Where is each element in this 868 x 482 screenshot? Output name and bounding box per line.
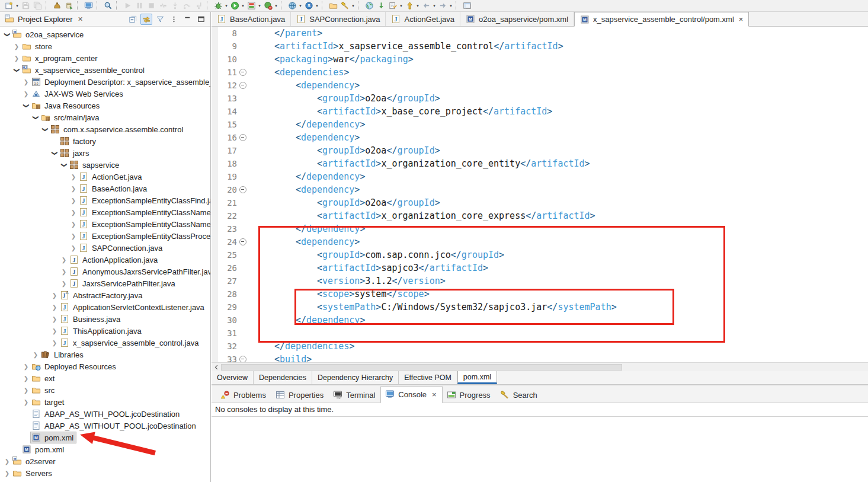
step-into-icon[interactable] xyxy=(169,1,181,11)
twistie-icon[interactable]: ❯ xyxy=(4,30,11,39)
dropdown-caret-icon[interactable]: ▾ xyxy=(241,4,245,8)
editor-tab[interactable]: JBaseAction.java xyxy=(212,12,291,26)
dropdown-caret-icon[interactable]: ▾ xyxy=(351,4,355,8)
tree-item-target[interactable]: 3.0Deployment Descriptor: x_sapservice_a… xyxy=(31,76,210,87)
tree-item-target[interactable]: ABAP_AS_WITHOUT_POOL.jcoDestination xyxy=(31,420,198,431)
tree-item[interactable]: ❯JExceptionSampleEntityClassProces xyxy=(0,230,210,242)
tree-item-target[interactable]: JThisApplication.java xyxy=(59,325,144,336)
console-tab[interactable]: Problems xyxy=(216,387,271,403)
close-icon[interactable]: × xyxy=(738,15,744,24)
fold-marker-icon[interactable] xyxy=(237,353,249,362)
tree-item[interactable]: ❯Servers xyxy=(0,467,210,479)
twistie-icon[interactable]: ❯ xyxy=(2,458,12,465)
twistie-icon[interactable]: ❯ xyxy=(69,186,78,192)
twistie-icon[interactable]: ❯ xyxy=(50,328,59,334)
twistie-icon[interactable]: ❯ xyxy=(59,257,69,263)
tree-item[interactable]: ❯src/main/java xyxy=(0,111,210,123)
tree-item-target[interactable]: Servers xyxy=(12,468,55,478)
code-line[interactable]: 22<artifactId>x_organization_core_expres… xyxy=(212,209,868,222)
console-tab[interactable]: Progress xyxy=(443,387,496,403)
dropdown-caret-icon[interactable]: ▾ xyxy=(415,4,420,8)
tree-item[interactable]: ❯Java Resources xyxy=(0,100,210,111)
close-icon[interactable]: × xyxy=(430,390,437,399)
tree-item-target[interactable]: ABAP_AS_WITH_POOL.jcoDestination xyxy=(31,408,182,419)
dropdown-caret-icon[interactable]: ▾ xyxy=(274,4,278,8)
coverage-icon[interactable] xyxy=(245,1,257,11)
resume-icon[interactable] xyxy=(121,1,133,11)
twistie-icon[interactable]: ❯ xyxy=(50,316,59,323)
perspective-icon[interactable] xyxy=(461,1,473,11)
code-editor[interactable]: 8</parent>9<artifactId>x_sapservice_asse… xyxy=(212,27,868,362)
open-folder-icon[interactable] xyxy=(327,1,339,11)
tree-item[interactable]: ❯src xyxy=(0,384,210,396)
dropdown-caret-icon[interactable]: ▾ xyxy=(399,4,403,8)
tree-item-target[interactable]: Mo2server xyxy=(12,456,58,467)
twistie-icon[interactable]: ❯ xyxy=(33,113,39,122)
step-over-icon[interactable] xyxy=(181,1,193,11)
tree-item-target[interactable]: Libraries xyxy=(40,349,86,360)
tasks-icon[interactable] xyxy=(387,1,399,11)
code-line[interactable]: 28<scope>system</scope> xyxy=(212,288,868,301)
forward-icon[interactable] xyxy=(437,1,449,11)
console-tab[interactable]: Properties xyxy=(271,387,329,403)
code-line[interactable]: 30</dependency> xyxy=(212,314,868,327)
code-line[interactable]: 25<groupId>com.sap.conn.jco</groupId> xyxy=(212,248,868,261)
twistie-icon[interactable]: ❯ xyxy=(31,352,40,358)
step-return-icon[interactable] xyxy=(193,1,204,11)
dropdown-caret-icon[interactable]: ▾ xyxy=(432,4,437,8)
world-icon[interactable] xyxy=(363,1,375,11)
scroll-left-icon[interactable] xyxy=(212,363,221,371)
search-icon[interactable] xyxy=(102,1,114,11)
tree-item[interactable]: ❯Deployed Resources xyxy=(0,360,210,372)
run-icon[interactable] xyxy=(229,1,241,11)
editor-tab[interactable]: Mx_sapservice_assemble_control/pom.xml× xyxy=(574,12,749,27)
tree-item[interactable]: ❯sapservice xyxy=(0,159,210,171)
tree-item[interactable]: ❯JJaxrsServicePathFilter.java xyxy=(0,277,210,289)
tree-item[interactable]: ❯MJx_sapservice_assemble_control xyxy=(0,64,210,76)
web-browser-icon[interactable] xyxy=(286,1,298,11)
jar-export-icon[interactable] xyxy=(63,1,75,11)
code-line[interactable]: 13<groupId>o2oa</groupId> xyxy=(212,92,868,105)
twistie-icon[interactable]: ❯ xyxy=(50,292,59,299)
tree-item-target[interactable]: JActionApplication.java xyxy=(69,254,160,265)
twistie-icon[interactable]: ❯ xyxy=(21,399,31,406)
tree-item[interactable]: ❯JBusiness.java xyxy=(0,313,210,325)
twistie-icon[interactable]: ❯ xyxy=(69,197,78,204)
tree-item-target[interactable]: MJx_sapservice_assemble_control xyxy=(21,65,147,75)
code-line[interactable]: 9<artifactId>x_sapservice_assemble_contr… xyxy=(212,40,868,53)
console-tab[interactable]: Search xyxy=(496,387,543,403)
tree-item[interactable]: ❯JApplicationServletContextListener.java xyxy=(0,301,210,313)
tree-item[interactable]: ❯com.x.sapservice.assemble.control xyxy=(0,123,210,135)
tree-item[interactable]: ❯ext xyxy=(0,372,210,384)
tree-item-target[interactable]: src xyxy=(31,385,57,395)
tree-item-target[interactable]: JAX-WS Web Services xyxy=(31,88,126,99)
fold-marker-icon[interactable] xyxy=(237,66,249,79)
editor-tab[interactable]: JActionGet.java xyxy=(386,12,460,26)
disconnect-icon[interactable] xyxy=(157,1,169,11)
tree-item[interactable]: ❯JExceptionSampleEntityClassNameN xyxy=(0,218,210,230)
dropdown-caret-icon[interactable]: ▾ xyxy=(224,4,229,8)
code-line[interactable]: 29<systemPath>C:/Windows/System32/sapjco… xyxy=(212,301,868,314)
terminate-icon[interactable] xyxy=(145,1,157,11)
tree-item-target[interactable]: JBusiness.java xyxy=(59,314,123,324)
code-line[interactable]: 12<dependency> xyxy=(212,79,868,92)
tree-item-target[interactable]: JExceptionSampleEntityClassProces xyxy=(78,231,210,241)
code-line[interactable]: 31 xyxy=(212,327,868,340)
twistie-icon[interactable]: ❯ xyxy=(21,91,31,97)
suspend-icon[interactable] xyxy=(133,1,145,11)
tree-item-target[interactable]: JExceptionSampleEntityClassNameE xyxy=(78,207,210,218)
save-icon[interactable] xyxy=(20,1,31,11)
tree-item[interactable]: ABAP_AS_WITHOUT_POOL.jcoDestination xyxy=(0,420,210,432)
project-explorer-tab[interactable]: Project Explorer × xyxy=(2,14,88,24)
code-line[interactable]: 23</dependency> xyxy=(212,222,868,235)
twistie-icon[interactable]: ❯ xyxy=(69,174,78,180)
twistie-icon[interactable]: ❯ xyxy=(14,65,20,75)
close-icon[interactable]: × xyxy=(75,14,85,24)
dropdown-caret-icon[interactable]: ▾ xyxy=(315,4,319,8)
twistie-icon[interactable]: ❯ xyxy=(21,363,31,370)
twistie-icon[interactable]: ❯ xyxy=(21,79,31,85)
console-view-icon[interactable] xyxy=(82,1,94,11)
tree-item-target[interactable]: Mpom.xml xyxy=(31,432,76,443)
pom-page-tab[interactable]: pom.xml xyxy=(457,371,497,384)
editor-tab[interactable]: JSAPConnection.java xyxy=(291,12,386,26)
